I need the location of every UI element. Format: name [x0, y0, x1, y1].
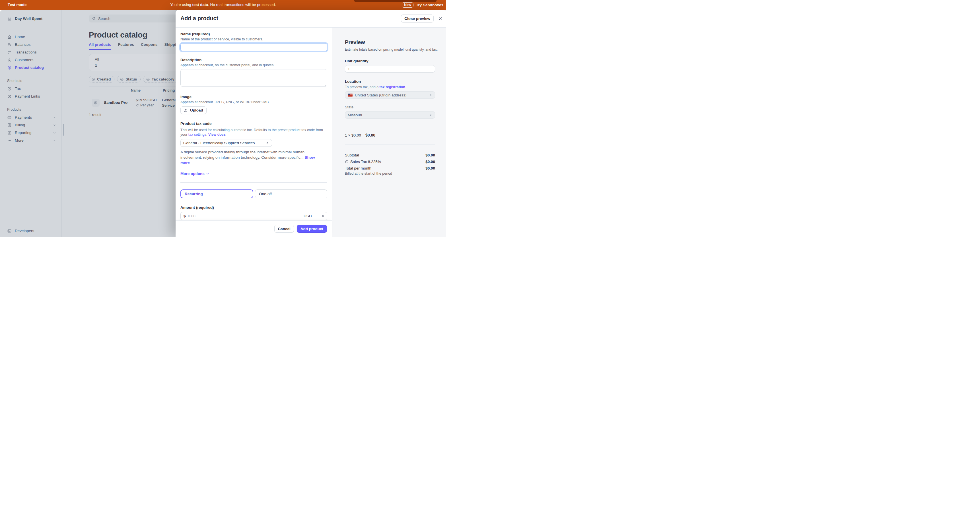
account-name: Day Well Spent [15, 16, 42, 21]
billing-note: Billed at the start of the period [345, 172, 435, 175]
product-form: Name (required) Name of the product or s… [175, 28, 332, 237]
sidebar-item-developers[interactable]: Developers [0, 227, 62, 235]
result-count: 1 result [89, 113, 101, 117]
stripe-dashboard: Test mode You're using test data. No rea… [0, 0, 446, 237]
product-price: $19.99 USD [136, 98, 157, 102]
more-options-link[interactable]: More options [180, 172, 210, 176]
description-help: Appears at checkout, on the customer por… [180, 63, 327, 67]
tax-code-description: A digital service provided mainly throug… [180, 149, 317, 165]
sidebar-item-tax[interactable]: Tax [0, 85, 62, 92]
sidebar-item-balances[interactable]: Balances [0, 41, 62, 48]
amount-label: Amount (required) [180, 205, 327, 210]
preview-title: Preview [345, 39, 435, 46]
plus-circle-icon [91, 77, 95, 81]
name-help: Name of the product or service, visible … [180, 37, 327, 41]
state-label: State [345, 105, 435, 109]
tab-features[interactable]: Features [118, 42, 134, 49]
customers-icon [7, 58, 12, 62]
sidebar-item-reporting[interactable]: Reporting [0, 129, 62, 137]
tab-coupons[interactable]: Coupons [141, 42, 158, 49]
sidebar-item-home[interactable]: Home [0, 33, 62, 41]
one-off-option[interactable]: One-off [255, 189, 327, 198]
add-product-drawer: Add a product Close preview Name (requir… [175, 10, 446, 237]
country-select[interactable]: United States (Origin address) [345, 91, 435, 99]
unit-math: 1 × $0.00 = $0.00 [345, 133, 435, 137]
transactions-icon [7, 50, 12, 55]
drawer-header: Add a product Close preview [175, 10, 446, 28]
recurring-option[interactable]: Recurring [180, 189, 253, 198]
sidebar-item-payment-links[interactable]: Payment Links [0, 92, 62, 100]
preview-divider [345, 144, 435, 145]
product-thumbnail [92, 99, 100, 107]
tax-registration-link[interactable]: tax registration [380, 85, 405, 89]
unit-quantity-label: Unit quantity [345, 59, 435, 63]
filter-chips: Created Status Tax category [89, 76, 178, 83]
chevron-down-icon [206, 172, 210, 175]
description-field[interactable] [180, 69, 327, 87]
catalog-tabs: All products Features Coupons Shipping [89, 42, 181, 49]
account-menu[interactable]: Day Well Spent [0, 10, 62, 22]
terminal-icon [7, 229, 12, 233]
preview-subtitle: Estimate totals based on pricing model, … [345, 48, 435, 51]
storefront-icon [7, 16, 12, 21]
select-chevrons-icon [429, 113, 432, 117]
state-select[interactable]: Missouri [345, 111, 435, 119]
new-badge: New [402, 2, 414, 8]
close-preview-button[interactable]: Close preview [401, 14, 434, 22]
plus-circle-icon [146, 77, 150, 81]
collapsed-popover [354, 0, 437, 2]
subtotal-row: Subtotal $0.00 [345, 152, 435, 158]
product-tax-line1: General [162, 98, 175, 102]
filter-tax-category[interactable]: Tax category [143, 76, 178, 83]
sidebar: Day Well Spent Home Balances Transaction… [0, 10, 62, 237]
product-name: Sandbox Pro [104, 100, 127, 105]
chevron-down-icon [53, 139, 56, 142]
tax-code-select[interactable]: General - Electronically Supplied Servic… [180, 139, 272, 147]
sidebar-item-billing[interactable]: Billing [0, 121, 62, 129]
product-box-icon [7, 65, 12, 70]
sidebar-item-customers[interactable]: Customers [0, 56, 62, 64]
chevron-down-icon [53, 131, 56, 134]
search-icon [92, 16, 96, 21]
home-icon [7, 35, 12, 39]
tab-all-products[interactable]: All products [89, 42, 111, 49]
drawer-title: Add a product [180, 15, 218, 22]
upload-button[interactable]: Upload [180, 107, 207, 114]
unit-quantity-input[interactable] [345, 65, 435, 73]
test-mode-label: Test mode [8, 3, 27, 7]
plus-circle-icon [120, 77, 124, 81]
try-sandboxes-link[interactable]: Try Sandboxes [416, 3, 443, 7]
total-per-month-row: Total per month $0.00 [345, 165, 435, 171]
currency-select[interactable]: USD [301, 212, 327, 220]
totals: Subtotal $0.00 Sales Tax 8.225% $0.00 To… [345, 152, 435, 175]
amount-input[interactable] [188, 214, 298, 218]
clock-icon [7, 94, 12, 99]
clock-icon [7, 86, 12, 91]
page-title: Product catalog [89, 30, 147, 40]
select-chevrons-icon [266, 142, 269, 145]
sidebar-item-product-catalog[interactable]: Product catalog [0, 64, 62, 72]
products-heading: Products [0, 108, 62, 111]
filter-created[interactable]: Created [89, 76, 115, 83]
image-label: Image [180, 95, 327, 99]
section-divider [180, 182, 327, 183]
chevron-down-icon [53, 116, 56, 119]
test-mode-banner: Test mode You're using test data. No rea… [0, 0, 446, 10]
filter-status[interactable]: Status [117, 76, 140, 83]
name-field[interactable] [180, 43, 327, 51]
preview-panel: Preview Estimate totals based on pricing… [332, 28, 446, 237]
close-icon[interactable] [438, 16, 442, 21]
pricing-type-toggle: Recurring One-off [180, 189, 327, 198]
billing-icon [7, 123, 12, 127]
view-docs-link[interactable]: View docs [208, 132, 226, 137]
scrollbar-thumb[interactable] [63, 124, 64, 136]
sidebar-item-more[interactable]: More [0, 137, 62, 144]
us-flag-icon [348, 94, 353, 97]
currency-symbol: $ [183, 214, 186, 218]
add-product-button[interactable]: Add product [297, 225, 327, 233]
sidebar-item-payments[interactable]: Payments [0, 113, 62, 121]
cancel-button[interactable]: Cancel [274, 225, 294, 233]
info-icon [345, 160, 348, 164]
tax-settings-link[interactable]: tax settings [188, 132, 206, 137]
sidebar-item-transactions[interactable]: Transactions [0, 48, 62, 56]
